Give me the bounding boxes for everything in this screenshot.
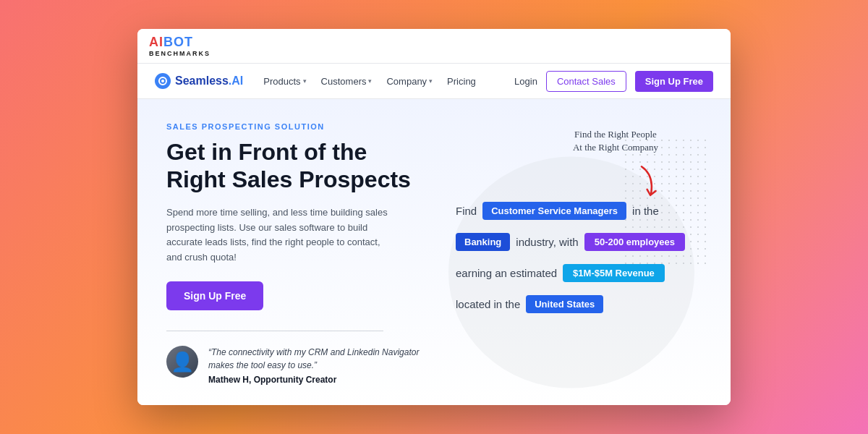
- nav-right: Login Contact Sales Sign Up Free: [514, 71, 713, 92]
- annotation-text: Find the Right People At the Right Compa…: [573, 128, 658, 154]
- svg-point-1: [161, 80, 164, 82]
- right-panel: Find the Right People At the Right Compa…: [441, 122, 702, 385]
- eyebrow-label: SALES PROSPECTING SOLUTION: [166, 122, 420, 131]
- earning-label: earning an estimated: [456, 267, 557, 279]
- find-row-3: earning an estimated $1M-$5M Revenue: [456, 264, 694, 282]
- signup-hero-button[interactable]: Sign Up Free: [166, 281, 263, 310]
- find-label: Find: [456, 205, 477, 217]
- browser-window: AIBOT BENCHMARKS Seamless.AI Products ▾ …: [137, 29, 731, 405]
- contact-sales-button[interactable]: Contact Sales: [546, 71, 626, 92]
- logo-benchmarks: BENCHMARKS: [149, 50, 210, 57]
- testimonial-quote: “The connectivity with my CRM and Linked…: [208, 346, 420, 372]
- nav-customers[interactable]: Customers ▾: [321, 76, 373, 87]
- top-bar: AIBOT BENCHMARKS: [137, 29, 731, 64]
- main-content: SALES PROSPECTING SOLUTION Get in Front …: [137, 99, 731, 405]
- nav-company[interactable]: Company ▾: [386, 76, 433, 87]
- find-section: Find Customer Service Managers in the Ba…: [448, 202, 702, 326]
- logo-ai: AI: [149, 35, 163, 49]
- nav-links: Products ▾ Customers ▾ Company ▾ Pricing: [263, 76, 514, 87]
- in-the-label: in the: [632, 205, 659, 217]
- aibot-logo: AIBOT BENCHMARKS: [149, 35, 210, 57]
- chevron-down-icon: ▾: [368, 77, 372, 85]
- role-tag[interactable]: Customer Service Managers: [482, 202, 626, 220]
- revenue-tag[interactable]: $1M-$5M Revenue: [563, 264, 665, 282]
- location-tag[interactable]: United States: [526, 295, 603, 313]
- seamless-brand[interactable]: Seamless.AI: [155, 73, 243, 89]
- testimonial-content: “The connectivity with my CRM and Linked…: [208, 346, 420, 385]
- signup-nav-button[interactable]: Sign Up Free: [635, 71, 713, 92]
- testimonial-author: Mathew H, Opportunity Creator: [208, 375, 420, 385]
- nav-pricing[interactable]: Pricing: [447, 76, 476, 87]
- hero-description: Spend more time selling, and less time b…: [166, 205, 398, 265]
- located-label: located in the: [456, 298, 520, 310]
- divider: [166, 331, 383, 331]
- find-row-1: Find Customer Service Managers in the: [456, 202, 694, 220]
- hero-title: Get in Front of the Right Sales Prospect…: [166, 138, 420, 194]
- avatar: 👤: [166, 346, 198, 378]
- left-panel: SALES PROSPECTING SOLUTION Get in Front …: [166, 122, 441, 385]
- seamless-logo-text: Seamless.AI: [175, 75, 243, 88]
- industry-label: industry, with: [516, 236, 578, 248]
- chevron-down-icon: ▾: [303, 77, 307, 85]
- logo-bot: BOT: [163, 35, 193, 49]
- find-row-4: located in the United States: [456, 295, 694, 313]
- avatar-image: 👤: [171, 351, 194, 373]
- testimonial: 👤 “The connectivity with my CRM and Link…: [166, 346, 420, 385]
- nav-products[interactable]: Products ▾: [263, 76, 306, 87]
- login-button[interactable]: Login: [514, 76, 537, 87]
- seamless-logo-icon: [155, 73, 171, 89]
- employees-tag[interactable]: 50-200 employees: [584, 233, 685, 251]
- industry-tag[interactable]: Banking: [456, 233, 510, 251]
- navbar: Seamless.AI Products ▾ Customers ▾ Compa…: [137, 64, 731, 99]
- find-row-2: Banking industry, with 50-200 employees: [456, 233, 694, 251]
- chevron-down-icon: ▾: [429, 77, 433, 85]
